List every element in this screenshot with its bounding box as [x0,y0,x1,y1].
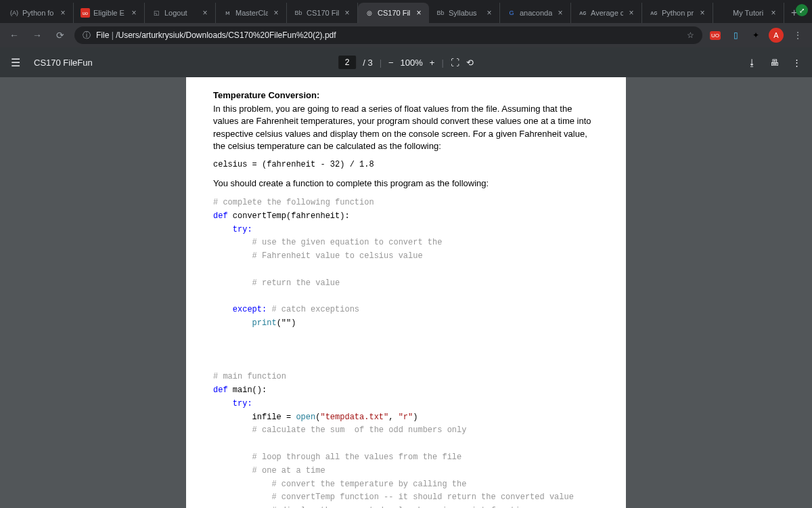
close-icon[interactable]: × [129,8,139,18]
favicon: uo [81,8,90,18]
close-icon[interactable]: × [484,8,494,18]
tab-10[interactable]: My Tutori× [713,3,784,23]
favicon [720,8,729,18]
paragraph-1: In this problem, you are going to read a… [213,103,599,152]
forward-button[interactable]: → [28,26,46,44]
paragraph-2: You should create a function to complete… [213,177,599,190]
formula-line: celsius = (fahrenheit - 32) / 1.8 [213,159,599,171]
tab-8[interactable]: ᴀɢAverage c× [571,3,642,23]
pdf-document-title: CS170 FileFun [34,58,93,68]
favicon: Bb [294,8,303,18]
info-icon[interactable]: ⓘ [83,30,91,41]
tab-title: Logout [164,9,197,17]
zoom-in-button[interactable]: + [430,58,435,68]
print-icon[interactable]: 🖶 [770,58,779,68]
close-icon[interactable]: × [200,8,210,18]
tab-6[interactable]: BbSyllabus× [429,3,500,23]
tab-title: Python fo [22,9,55,17]
close-icon[interactable]: × [627,8,636,18]
tab-title: Average c [591,9,623,17]
section-heading: Temperature Conversion: [213,89,599,102]
favicon: ᴀɢ [578,8,587,18]
close-icon[interactable]: × [58,8,68,18]
extensions-puzzle-icon[interactable]: ✦ [748,28,763,43]
favicon: ◱ [152,8,161,18]
tab-1[interactable]: uoEligible E× [74,3,145,23]
tab-title: anaconda [520,9,552,17]
favicon: G [507,8,516,18]
tab-7[interactable]: Ganaconda× [500,3,571,23]
pdf-menu-icon[interactable]: ☰ [11,56,20,69]
favicon: ᴀɢ [649,8,658,18]
close-icon[interactable]: × [414,8,424,18]
pdf-viewport[interactable]: Temperature Conversion: In this problem,… [0,77,812,508]
tab-5-active[interactable]: ◎CS170 Fil× [358,3,429,23]
rotate-icon[interactable]: ⟲ [466,58,474,68]
fit-page-icon[interactable]: ⛶ [451,58,459,68]
favicon: (A) [9,8,19,18]
zoom-out-button[interactable]: − [388,58,394,68]
extension-icon-1[interactable]: UO [708,28,723,43]
pdf-page: Temperature Conversion: In this problem,… [186,77,626,508]
extension-icon-2[interactable]: ▯ [728,28,743,43]
tab-title: CS170 Fil [378,9,411,17]
tab-title: Python pr [662,9,694,17]
bookmark-star-icon[interactable]: ☆ [687,30,694,40]
url-input[interactable]: ⓘ File | /Users/arturkrysiuk/Downloads/C… [74,26,702,44]
tab-9[interactable]: ᴀɢPython pr× [642,3,713,23]
zoom-level: 100% [401,58,423,68]
tab-0[interactable]: (A)Python fo× [3,3,74,23]
tab-title: CS170 Fil [307,9,339,17]
browser-tab-strip: (A)Python fo× uoEligible E× ◱Logout× ᴍMa… [0,0,812,23]
tab-title: My Tutori [733,9,765,17]
reload-button[interactable]: ⟳ [51,26,69,44]
close-icon[interactable]: × [271,8,281,18]
close-icon[interactable]: × [769,8,778,18]
favicon: ◎ [365,8,374,18]
tab-2[interactable]: ◱Logout× [145,3,216,23]
download-icon[interactable]: ⭳ [748,58,757,68]
tab-title: MasterCla [235,9,268,17]
address-bar: ← → ⟳ ⓘ File | /Users/arturkrysiuk/Downl… [0,23,812,47]
favicon: Bb [436,8,445,18]
tab-3[interactable]: ᴍMasterCla× [216,3,287,23]
tab-title: Eligible E [93,9,126,17]
profile-avatar[interactable]: A [769,28,784,43]
back-button[interactable]: ← [5,26,23,44]
pdf-more-icon[interactable]: ⋮ [792,58,801,68]
pdf-toolbar: ☰ CS170 FileFun 2 / 3 | − 100% + | ⛶ ⟲ ⭳… [0,47,812,77]
browser-menu-icon[interactable]: ⋮ [789,26,807,44]
url-scheme: File [96,30,109,40]
window-expand-icon[interactable]: ⤢ [796,4,808,16]
page-number-input[interactable]: 2 [338,56,356,69]
url-path: /Users/arturkrysiuk/Downloads/CS170%20Fi… [116,30,336,40]
tab-title: Syllabus [449,9,481,17]
close-icon[interactable]: × [698,8,707,18]
code-block: # complete the following function def co… [213,196,599,508]
tab-4[interactable]: BbCS170 Fil× [287,3,358,23]
page-total: / 3 [363,58,372,68]
close-icon[interactable]: × [342,8,352,18]
favicon: ᴍ [223,8,232,18]
close-icon[interactable]: × [556,8,565,18]
